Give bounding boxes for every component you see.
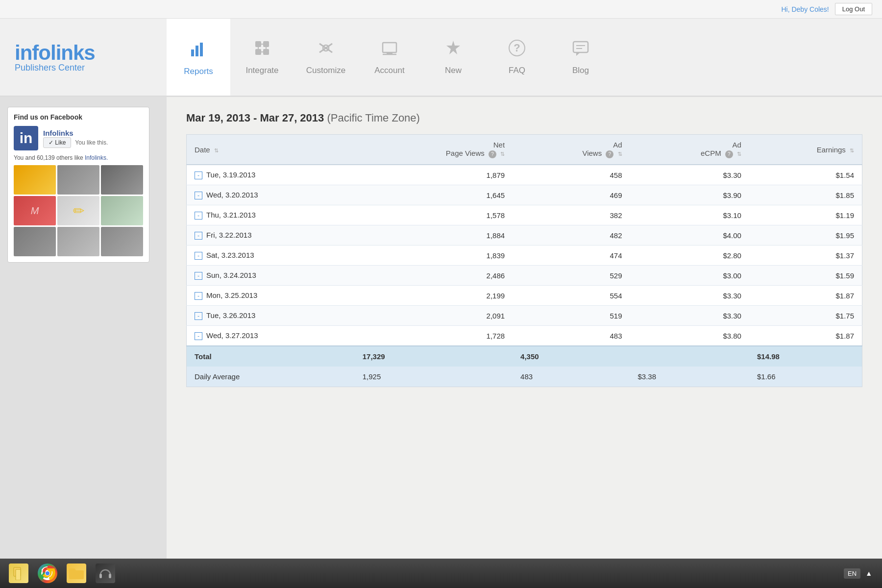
cell-ad-views: 469 [513, 185, 630, 205]
cell-ad-ecpm: $3.30 [630, 306, 749, 326]
expand-icon[interactable]: - [195, 172, 202, 179]
fb-photo-5: ✏ [57, 196, 99, 225]
col-header-ad-ecpm: AdeCPM ? ⇅ [630, 135, 749, 165]
col-header-net-page-views: NetPage Views ? ⇅ [355, 135, 513, 165]
facebook-widget: Find us on Facebook in Infolinks ✓ Like … [7, 107, 149, 263]
expand-icon[interactable]: - [195, 252, 202, 260]
cell-ad-views: 519 [513, 306, 630, 326]
header: infolinks Publishers Center Reports [0, 19, 882, 97]
nav-label-integrate: Integrate [245, 66, 278, 75]
svg-rect-25 [99, 574, 102, 578]
cell-net-page-views: 1,578 [355, 205, 513, 225]
cell-ad-ecpm: $3.90 [630, 185, 749, 205]
cell-earnings: $1.59 [749, 266, 862, 286]
cell-earnings: $1.75 [749, 306, 862, 326]
total-ad-views: 4,350 [513, 346, 630, 367]
sort-icon-date[interactable]: ⇅ [214, 147, 219, 154]
total-net-page-views: 17,329 [355, 346, 513, 367]
table-row: -Tue, 3.19.2013 1,879 458 $3.30 $1.54 [187, 165, 862, 185]
expand-icon[interactable]: - [195, 212, 202, 220]
fb-friends-link[interactable]: Infolinks. [85, 154, 108, 161]
total-label: Total [187, 346, 355, 367]
taskbar-item-chrome[interactable] [34, 561, 61, 586]
table-row: -Fri, 3.22.2013 1,884 482 $4.00 $1.95 [187, 225, 862, 245]
cell-earnings: $1.87 [749, 326, 862, 346]
main-content: Mar 19, 2013 - Mar 27, 2013 (Pacific Tim… [167, 97, 882, 559]
svg-rect-21 [16, 569, 21, 580]
fb-photo-9 [101, 227, 143, 256]
col-header-date: Date ⇅ [187, 135, 355, 165]
taskbar-time: ▲ [865, 569, 872, 577]
cell-date: -Thu, 3.21.2013 [187, 205, 355, 225]
svg-rect-4 [255, 49, 261, 55]
expand-icon[interactable]: - [195, 232, 202, 240]
svg-rect-6 [263, 49, 269, 55]
expand-icon[interactable]: - [195, 272, 202, 280]
avg-label: Daily Average [187, 367, 355, 387]
table-row: -Sun, 3.24.2013 2,486 529 $3.00 $1.59 [187, 266, 862, 286]
nav-item-blog[interactable]: Blog [549, 19, 612, 96]
expand-icon[interactable]: - [195, 192, 202, 199]
table-row: -Sat, 3.23.2013 1,839 474 $2.80 $1.37 [187, 245, 862, 266]
fb-photo-7 [14, 227, 56, 256]
nav-label-account: Account [374, 66, 404, 75]
cell-ad-views: 483 [513, 326, 630, 346]
help-icon-ad-ecpm[interactable]: ? [725, 150, 733, 158]
nav-item-faq[interactable]: ? FAQ [485, 19, 549, 96]
taskbar-item-files[interactable] [5, 561, 32, 586]
fb-like-row: ✓ Like You like this. [43, 137, 108, 148]
help-icon-net-page-views[interactable]: ? [489, 150, 496, 158]
fb-brand-name: Infolinks [43, 129, 108, 137]
cell-net-page-views: 1,645 [355, 185, 513, 205]
taskbar: EN ▲ [0, 559, 882, 588]
sort-icon-npv[interactable]: ⇅ [500, 151, 505, 157]
svg-point-24 [46, 571, 49, 575]
expand-icon[interactable]: - [195, 312, 202, 320]
cell-ad-views: 482 [513, 225, 630, 245]
sort-icon-ecpm[interactable]: ⇅ [737, 151, 741, 157]
avg-earnings: $1.66 [749, 367, 862, 387]
nav-item-new[interactable]: New [421, 19, 485, 96]
fb-logo-icon: in [14, 126, 38, 150]
svg-rect-3 [255, 41, 261, 47]
customize-icon [317, 39, 335, 62]
cell-net-page-views: 2,486 [355, 266, 513, 286]
nav-item-account[interactable]: Account [358, 19, 421, 96]
avg-net-page-views: 1,925 [355, 367, 513, 387]
taskbar-item-folder[interactable] [63, 561, 90, 586]
cell-ad-views: 474 [513, 245, 630, 266]
help-icon-ad-views[interactable]: ? [606, 150, 613, 158]
logo-main: infolinks [15, 41, 167, 65]
fb-photo-6 [101, 196, 143, 225]
new-icon [444, 39, 463, 62]
fb-like-suffix: You like this. [75, 139, 108, 146]
taskbar-item-headphones[interactable] [92, 561, 119, 586]
cell-date: -Wed, 3.27.2013 [187, 326, 355, 346]
cell-net-page-views: 2,199 [355, 286, 513, 306]
cell-ad-views: 382 [513, 205, 630, 225]
cell-earnings: $1.95 [749, 225, 862, 245]
integrate-icon [253, 39, 271, 62]
reports-table: Date ⇅ NetPage Views ? ⇅ AdViews ? ⇅ Ade… [186, 134, 862, 387]
cell-date: -Mon, 3.25.2013 [187, 286, 355, 306]
cell-ad-ecpm: $4.00 [630, 225, 749, 245]
cell-date: -Wed, 3.20.2013 [187, 185, 355, 205]
cell-date: -Sun, 3.24.2013 [187, 266, 355, 286]
fb-like-button[interactable]: ✓ Like [43, 137, 71, 148]
language-badge: EN [844, 568, 860, 579]
expand-icon[interactable]: - [195, 292, 202, 300]
taskbar-headphones-icon [96, 564, 115, 583]
total-earnings: $14.98 [749, 346, 862, 367]
nav-item-reports[interactable]: Reports [167, 19, 230, 96]
sort-icon-earnings[interactable]: ⇅ [850, 147, 854, 154]
nav-item-integrate[interactable]: Integrate [230, 19, 294, 96]
cell-ad-views: 554 [513, 286, 630, 306]
nav-label-new: New [445, 66, 462, 75]
logout-button[interactable]: Log Out [835, 3, 872, 15]
expand-icon[interactable]: - [195, 332, 202, 340]
sort-icon-av[interactable]: ⇅ [618, 151, 622, 157]
svg-marker-13 [446, 41, 460, 54]
fb-photo-4: M [14, 196, 56, 225]
nav-item-customize[interactable]: Customize [294, 19, 358, 96]
col-header-earnings: Earnings ⇅ [749, 135, 862, 165]
